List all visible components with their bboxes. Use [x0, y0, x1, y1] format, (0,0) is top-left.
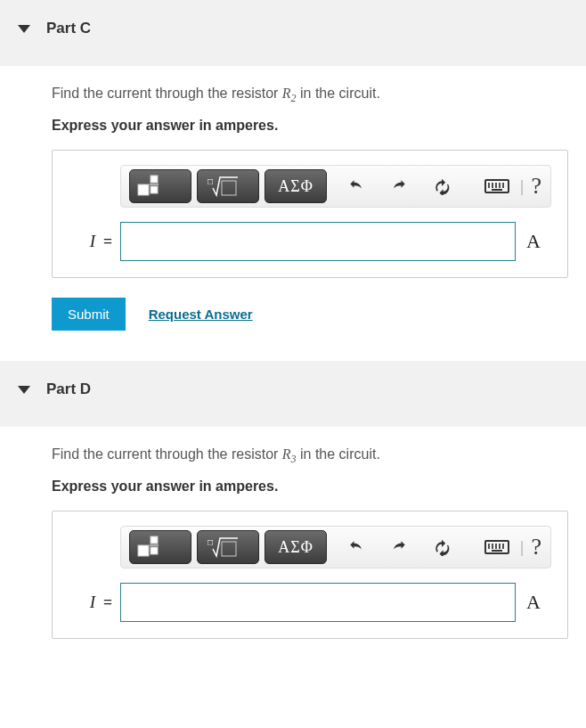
svg-rect-1: [151, 176, 158, 183]
svg-rect-6: [138, 545, 149, 556]
part-c: Part C Find the current through the resi…: [0, 0, 586, 352]
keyboard-icon[interactable]: [482, 532, 512, 562]
answer-box: □ ΑΣΦ | ? I = A: [52, 150, 568, 278]
equation-toolbar: □ ΑΣΦ | ?: [120, 165, 551, 208]
radical-button[interactable]: □: [197, 530, 259, 564]
svg-rect-0: [138, 184, 149, 195]
request-answer-link[interactable]: Request Answer: [149, 307, 253, 322]
template-button[interactable]: [129, 169, 191, 203]
svg-rect-11: [222, 542, 236, 556]
unit-label: A: [516, 591, 551, 614]
instruction-text: Express your answer in amperes.: [52, 479, 568, 495]
svg-rect-7: [151, 536, 158, 544]
submit-button[interactable]: Submit: [52, 298, 126, 331]
answer-input[interactable]: [120, 222, 516, 261]
equals-label: =: [95, 593, 120, 611]
radical-button[interactable]: □: [197, 169, 259, 203]
help-icon[interactable]: ?: [531, 534, 541, 560]
answer-input-row: I = A: [69, 583, 551, 622]
part-body: Find the current through the resistor R2…: [0, 66, 586, 352]
help-icon[interactable]: ?: [531, 173, 541, 200]
reset-icon[interactable]: [427, 532, 457, 562]
prompt-text: Find the current through the resistor R2…: [52, 86, 568, 105]
undo-icon[interactable]: [341, 171, 371, 201]
template-button[interactable]: [129, 530, 191, 564]
part-body: Find the current through the resistor R3…: [0, 427, 586, 660]
part-title: Part D: [46, 380, 91, 398]
part-title: Part C: [46, 20, 91, 37]
chevron-down-icon: [18, 386, 30, 394]
prompt-text: Find the current through the resistor R3…: [52, 446, 568, 466]
reset-icon[interactable]: [427, 171, 457, 201]
svg-text:□: □: [208, 176, 213, 186]
answer-input[interactable]: [120, 583, 516, 622]
variable-label: I: [69, 593, 95, 612]
chevron-down-icon: [18, 25, 30, 33]
part-header[interactable]: Part D: [0, 361, 586, 427]
redo-icon[interactable]: [384, 171, 414, 201]
svg-rect-8: [151, 547, 158, 554]
greek-button[interactable]: ΑΣΦ: [265, 530, 327, 564]
undo-icon[interactable]: [341, 532, 371, 562]
greek-button[interactable]: ΑΣΦ: [265, 169, 327, 203]
instruction-text: Express your answer in amperes.: [52, 118, 568, 134]
answer-input-row: I = A: [69, 222, 551, 261]
unit-label: A: [516, 230, 551, 253]
part-header[interactable]: Part C: [0, 0, 586, 66]
toolbar-separator: |: [520, 538, 525, 557]
redo-icon[interactable]: [384, 532, 414, 562]
svg-text:□: □: [208, 537, 213, 547]
equals-label: =: [95, 233, 120, 250]
answer-box: □ ΑΣΦ | ? I = A: [52, 511, 568, 639]
keyboard-icon[interactable]: [482, 171, 512, 201]
svg-rect-5: [222, 181, 236, 195]
variable-label: I: [69, 232, 95, 251]
part-d: Part D Find the current through the resi…: [0, 361, 586, 660]
svg-rect-2: [151, 186, 158, 193]
toolbar-separator: |: [520, 177, 525, 196]
equation-toolbar: □ ΑΣΦ | ?: [120, 526, 551, 568]
